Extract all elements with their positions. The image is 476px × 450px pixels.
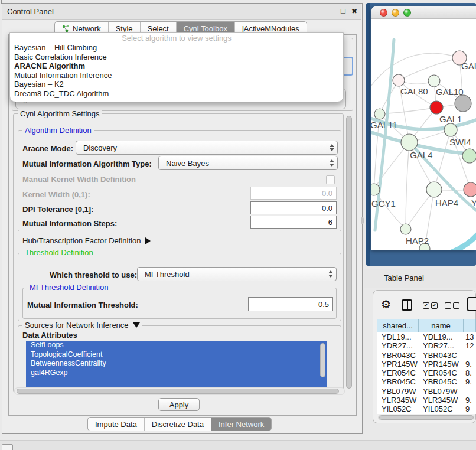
column-header-partial[interactable] xyxy=(464,319,476,332)
tab-impute-data[interactable]: Impute Data xyxy=(88,418,144,431)
float-window-icon[interactable]: □ xyxy=(341,6,345,15)
control-panel-titlebar xyxy=(2,4,361,20)
sources-title: Sources for Network Inference xyxy=(25,321,129,329)
manual-kernel-label: Manual Kernel Width Definition xyxy=(22,175,136,184)
table-row[interactable]: YDL19... YDL19... 13 xyxy=(377,332,476,341)
unchecked-checkbox-icon[interactable] xyxy=(453,302,459,309)
dpi-tolerance-field[interactable]: 0.0 xyxy=(250,201,337,214)
spinner-icon xyxy=(325,270,336,278)
table-row[interactable]: YIL052C YIL052C 9 xyxy=(377,405,476,413)
cell-shared-name: YIL052C xyxy=(377,405,419,413)
network-node-gal10[interactable] xyxy=(455,95,471,112)
bottom-left-widget[interactable] xyxy=(2,444,13,450)
algorithm-option[interactable]: Mutual Information Inference xyxy=(10,71,343,80)
network-node-salmon[interactable] xyxy=(464,182,476,197)
close-window-icon[interactable]: ✖ xyxy=(351,7,357,15)
tab-infer-network-label: Infer Network xyxy=(219,420,264,429)
algorithm-option[interactable]: Dream8 DC_TDC Algorithm xyxy=(10,89,343,99)
tab-discretize-data[interactable]: Discretize Data xyxy=(144,418,211,431)
cell-value: 12 xyxy=(464,341,476,350)
which-threshold-value: MI Threshold xyxy=(138,270,325,279)
sources-toggle[interactable]: Sources for Network Inference xyxy=(22,321,142,329)
node-label: GAL80 xyxy=(400,86,428,96)
network-node-green-right[interactable] xyxy=(462,149,476,163)
network-node-gal1[interactable] xyxy=(430,101,443,114)
table-row[interactable]: YBL079W YBL079W xyxy=(377,387,476,396)
which-threshold-label: Which threshold to use: xyxy=(50,270,137,279)
data-attribute-item[interactable]: BetweennessCentrality xyxy=(26,359,327,369)
data-attribute-item[interactable]: gal4RGexp xyxy=(26,369,327,378)
network-node-hap2[interactable] xyxy=(400,224,411,234)
aracne-mode-combo[interactable]: Discovery xyxy=(76,141,338,155)
network-node-gcy1[interactable] xyxy=(371,184,380,195)
node-label: GAL1 xyxy=(439,114,462,124)
tab-impute-data-label: Impute Data xyxy=(95,420,137,429)
data-attributes-list: SelfLoops TopologicalCoefficient Between… xyxy=(26,341,327,387)
algorithm-option-selected[interactable]: ARACNE Algorithm xyxy=(10,61,343,71)
cell-value: 9. xyxy=(464,377,476,386)
node-label: GCY1 xyxy=(371,198,396,208)
mi-steps-field[interactable]: 6 xyxy=(250,216,337,229)
checked-checkbox-icon[interactable]: ✔ xyxy=(431,302,438,309)
network-node-hap4[interactable] xyxy=(426,182,442,197)
cell-name: YBL079W xyxy=(419,387,464,396)
list-scrollbar-thumb[interactable] xyxy=(320,343,325,377)
node-label: SWI4 xyxy=(449,137,471,147)
mi-threshold-field[interactable]: 0.5 xyxy=(248,297,333,311)
table-row[interactable]: YBR043C YBR043C xyxy=(377,351,476,360)
table-row[interactable]: YDR27... YDR27... 12 xyxy=(377,341,476,350)
kernel-width-value: 0.0 xyxy=(322,189,332,198)
cell-value: 9. xyxy=(464,360,476,369)
document-icon[interactable] xyxy=(467,297,476,311)
mi-type-combo[interactable]: Naive Bayes xyxy=(158,156,338,170)
table-row[interactable]: YBR045C YBR045C 9. xyxy=(377,377,476,386)
unchecked-checkbox-icon[interactable] xyxy=(445,302,451,309)
table-header: shared... name xyxy=(377,319,476,332)
column-header-shared[interactable]: shared... xyxy=(377,319,419,332)
close-traffic-light[interactable] xyxy=(380,9,387,17)
network-node-gal4[interactable] xyxy=(401,134,418,151)
minimize-traffic-light[interactable] xyxy=(392,9,399,17)
algorithm-option[interactable]: Bayesian – Hill Climbing xyxy=(10,43,343,53)
cell-shared-name: YPR145W xyxy=(377,360,419,369)
data-attribute-item[interactable]: SelfLoops xyxy=(26,341,327,350)
table-row[interactable]: YPR145W YPR145W 9. xyxy=(377,360,476,369)
tab-network-label: Network xyxy=(73,24,101,33)
split-columns-icon[interactable] xyxy=(402,299,412,311)
mi-steps-value: 6 xyxy=(328,218,332,227)
cyni-mode-tabs: Impute Data Discretize Data Infer Networ… xyxy=(87,417,272,431)
table-hscrollbar-thumb[interactable] xyxy=(379,415,474,420)
network-node-gal80[interactable] xyxy=(393,74,405,86)
zoom-traffic-light[interactable] xyxy=(403,9,411,17)
cell-name: YDL19... xyxy=(419,332,464,341)
algorithm-option[interactable]: Bayesian – K2 xyxy=(10,80,343,89)
algorithm-option[interactable]: Basic Correlation Inference xyxy=(10,53,343,62)
cell-name: YDR27... xyxy=(419,341,464,350)
node-label: HAP4 xyxy=(435,198,458,208)
apply-button[interactable]: Apply xyxy=(158,398,200,411)
tab-infer-network[interactable]: Infer Network xyxy=(211,418,271,431)
cell-shared-name: YBR043C xyxy=(377,351,419,360)
cell-value: 13 xyxy=(464,332,476,341)
tab-style-label: Style xyxy=(116,24,133,33)
panel-splitter-handle[interactable] xyxy=(361,217,364,224)
network-node-gal11[interactable] xyxy=(374,109,385,119)
network-canvas[interactable]: GAL GAL80 GAL10 GAL1 GAL11 SWI4 GAL4 GCY… xyxy=(371,19,476,250)
gear-icon[interactable]: ⚙ xyxy=(381,298,391,311)
hub-definition-toggle[interactable]: Hub/Transcription Factor Definition xyxy=(22,236,151,245)
cell-shared-name: YBR045C xyxy=(377,377,419,386)
aracne-mode-label: Aracne Mode: xyxy=(22,144,73,153)
settings-hscrollbar-thumb[interactable] xyxy=(17,389,339,394)
table-row[interactable]: YER054C YER054C 8. xyxy=(377,369,476,377)
settings-vscrollbar-thumb[interactable] xyxy=(346,116,352,389)
column-header-name[interactable]: name xyxy=(419,319,464,332)
data-attribute-item[interactable]: TopologicalCoefficient xyxy=(26,350,327,360)
node-label: Y xyxy=(471,198,476,208)
checked-checkbox-icon[interactable]: ✔ xyxy=(423,302,429,309)
table-row[interactable]: YLR345W YLR345W 9. xyxy=(377,396,476,405)
which-threshold-combo[interactable]: MI Threshold xyxy=(137,267,337,281)
cell-value xyxy=(464,387,476,396)
algorithm-definition-title: Algorithm Definition xyxy=(22,126,94,134)
network-node-swi4[interactable] xyxy=(444,123,457,136)
network-node-green-top[interactable] xyxy=(428,75,440,87)
